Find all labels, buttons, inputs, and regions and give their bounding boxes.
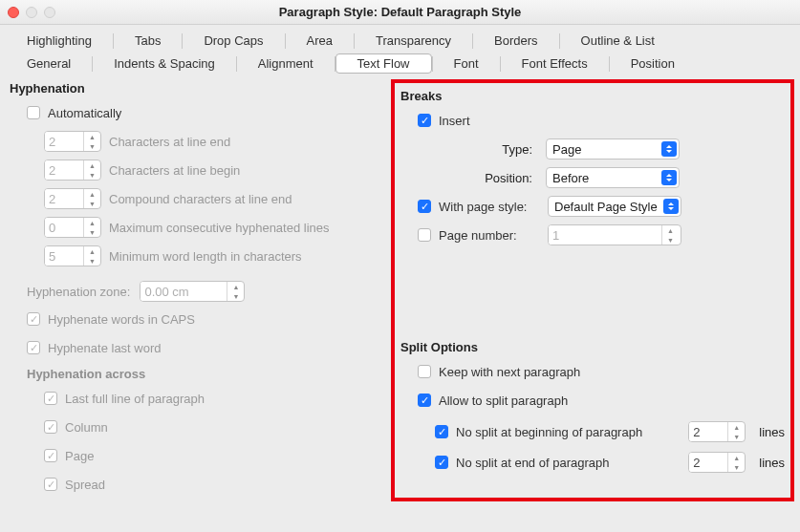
nosplit-begin-checkbox[interactable] xyxy=(435,425,448,438)
tab-indents-spacing[interactable]: Indents & Spacing xyxy=(93,53,236,74)
chars-line-end-stepper[interactable]: ▲▼ xyxy=(44,131,101,152)
across-column-checkbox[interactable] xyxy=(44,420,57,434)
tab-tabs[interactable]: Tabs xyxy=(114,31,182,51)
with-page-style-checkbox[interactable] xyxy=(418,200,431,213)
nosplit-end-stepper[interactable]: ▲▼ xyxy=(688,452,746,473)
nosplit-end-checkbox[interactable] xyxy=(435,456,448,469)
page-number-stepper[interactable]: ▲▼ xyxy=(548,224,681,245)
tab-font-effects[interactable]: Font Effects xyxy=(501,53,609,74)
hyphenation-across-heading: Hyphenation across xyxy=(27,367,387,381)
tab-font[interactable]: Font xyxy=(433,53,500,74)
hyphenate-caps-checkbox[interactable] xyxy=(27,312,40,326)
max-consecutive-stepper[interactable]: ▲▼ xyxy=(44,217,101,238)
tab-text-flow[interactable]: Text Flow xyxy=(335,53,432,74)
page-number-checkbox[interactable] xyxy=(418,228,431,242)
chars-line-begin-label: Characters at line begin xyxy=(109,163,240,178)
across-spread-checkbox[interactable] xyxy=(44,478,57,491)
compound-chars-label: Compound characters at line end xyxy=(109,192,292,206)
close-icon[interactable] xyxy=(8,7,19,18)
lines-label: lines xyxy=(759,456,785,470)
tab-transparency[interactable]: Transparency xyxy=(355,31,472,51)
compound-chars-stepper[interactable]: ▲▼ xyxy=(44,188,101,209)
tab-outline-list[interactable]: Outline & List xyxy=(560,31,676,51)
window-controls xyxy=(8,7,55,18)
across-page-label: Page xyxy=(65,449,94,463)
chevron-updown-icon xyxy=(661,141,677,157)
keep-with-next-checkbox[interactable] xyxy=(418,365,431,378)
split-options-heading: Split Options xyxy=(400,340,785,354)
automatically-label: Automatically xyxy=(48,106,121,120)
keep-with-next-label: Keep with next paragraph xyxy=(439,365,580,379)
chevron-updown-icon xyxy=(663,199,679,214)
title-bar: Paragraph Style: Default Paragraph Style xyxy=(0,0,800,25)
position-value: Before xyxy=(552,171,589,185)
page-style-select[interactable]: Default Page Style xyxy=(548,196,681,217)
nosplit-end-label: No split at end of paragraph xyxy=(456,456,609,470)
tab-borders[interactable]: Borders xyxy=(473,31,559,51)
allow-split-checkbox[interactable] xyxy=(418,394,431,407)
across-last-line-label: Last full line of paragraph xyxy=(65,392,205,406)
hyphenate-last-word-label: Hyphenate last word xyxy=(48,341,162,355)
tab-position[interactable]: Position xyxy=(610,53,696,74)
window-title: Paragraph Style: Default Paragraph Style xyxy=(0,5,800,19)
tab-general[interactable]: General xyxy=(6,53,92,74)
position-label: Position: xyxy=(418,171,532,185)
breaks-heading: Breaks xyxy=(400,89,785,103)
min-word-length-stepper[interactable]: ▲▼ xyxy=(44,245,101,266)
tab-highlighting[interactable]: Highlighting xyxy=(6,31,113,51)
automatically-checkbox[interactable] xyxy=(27,106,40,119)
tab-bar: Highlighting Tabs Drop Caps Area Transpa… xyxy=(0,25,800,74)
hyphenate-last-word-checkbox[interactable] xyxy=(27,341,40,354)
maximize-icon[interactable] xyxy=(44,7,55,18)
with-page-style-label: With page style: xyxy=(439,200,540,214)
lines-label: lines xyxy=(759,425,785,439)
allow-split-label: Allow to split paragraph xyxy=(439,394,568,408)
tab-area[interactable]: Area xyxy=(286,31,354,51)
position-select[interactable]: Before xyxy=(546,167,680,188)
across-spread-label: Spread xyxy=(65,478,105,492)
hyphenation-zone-label: Hyphenation zone: xyxy=(27,285,130,299)
page-style-value: Default Page Style xyxy=(554,200,658,214)
hyphenate-caps-label: Hyphenate words in CAPS xyxy=(48,312,195,327)
type-value: Page xyxy=(552,142,581,157)
hyphenation-zone-stepper[interactable]: ▲▼ xyxy=(140,281,245,302)
page-number-label: Page number: xyxy=(439,228,540,243)
max-consecutive-label: Maximum consecutive hyphenated lines xyxy=(109,221,330,235)
minimize-icon[interactable] xyxy=(26,7,37,18)
type-label: Type: xyxy=(418,142,532,157)
across-page-checkbox[interactable] xyxy=(44,449,57,462)
chevron-updown-icon xyxy=(661,170,677,185)
across-last-line-checkbox[interactable] xyxy=(44,392,57,405)
chars-line-end-label: Characters at line end xyxy=(109,135,230,149)
type-select[interactable]: Page xyxy=(546,138,680,160)
min-word-length-label: Minimum word length in characters xyxy=(109,249,302,264)
nosplit-begin-label: No split at beginning of paragraph xyxy=(456,425,642,439)
chars-line-begin-stepper[interactable]: ▲▼ xyxy=(44,160,101,181)
insert-checkbox[interactable] xyxy=(418,114,431,127)
tab-alignment[interactable]: Alignment xyxy=(237,53,335,74)
across-column-label: Column xyxy=(65,420,108,435)
hyphenation-heading: Hyphenation xyxy=(10,81,387,96)
nosplit-begin-stepper[interactable]: ▲▼ xyxy=(688,421,746,442)
insert-label: Insert xyxy=(439,114,470,128)
tab-drop-caps[interactable]: Drop Caps xyxy=(183,31,284,51)
